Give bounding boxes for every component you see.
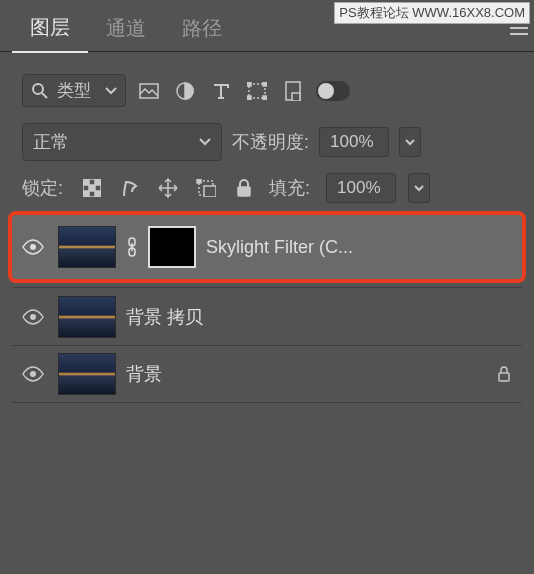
svg-rect-21 [197, 179, 201, 183]
svg-line-4 [42, 93, 47, 98]
eye-icon [22, 239, 44, 255]
svg-rect-16 [95, 179, 101, 185]
filter-shape-icon[interactable] [244, 78, 270, 104]
filter-type-combo[interactable]: 类型 [22, 74, 126, 107]
chevron-down-icon [405, 139, 415, 146]
tab-layers[interactable]: 图层 [12, 2, 88, 53]
visibility-toggle[interactable] [18, 239, 48, 255]
chevron-down-icon [105, 87, 117, 95]
lock-position-icon[interactable] [155, 175, 181, 201]
layer-thumbnail[interactable] [58, 226, 116, 268]
layers-list: Skylight Filter (C... 背景 拷贝 背景 [0, 211, 534, 403]
layer-row[interactable]: 背景 拷贝 [12, 287, 522, 345]
filter-type-label: 类型 [57, 79, 91, 102]
watermark: PS教程论坛 WWW.16XX8.COM [334, 2, 530, 24]
filter-pixel-icon[interactable] [136, 78, 162, 104]
lock-label: 锁定: [22, 176, 63, 200]
filter-adjustment-icon[interactable] [172, 78, 198, 104]
svg-rect-15 [83, 179, 89, 185]
filter-smartobject-icon[interactable] [280, 78, 306, 104]
svg-rect-30 [499, 373, 509, 381]
svg-point-28 [30, 314, 36, 320]
svg-rect-1 [510, 27, 528, 29]
svg-rect-19 [95, 191, 101, 197]
opacity-label: 不透明度: [232, 130, 309, 154]
fill-label: 填充: [269, 176, 310, 200]
tab-paths[interactable]: 路径 [164, 3, 240, 52]
layer-thumbnail[interactable] [58, 296, 116, 338]
blend-mode-combo[interactable]: 正常 [22, 123, 222, 161]
layer-thumbnail[interactable] [58, 353, 116, 395]
visibility-toggle[interactable] [18, 366, 48, 382]
lock-image-icon[interactable] [117, 175, 143, 201]
tab-channels[interactable]: 通道 [88, 3, 164, 52]
fill-chevron[interactable] [408, 173, 430, 203]
fill-value[interactable]: 100% [326, 173, 396, 203]
svg-rect-13 [292, 93, 300, 101]
lock-transparency-icon[interactable] [79, 175, 105, 201]
blend-mode-value: 正常 [33, 130, 69, 154]
layer-name[interactable]: 背景 拷贝 [126, 305, 516, 329]
layer-row[interactable]: 背景 [12, 345, 522, 403]
svg-rect-8 [247, 82, 251, 86]
layer-row[interactable]: Skylight Filter (C... [8, 211, 526, 283]
layers-panel: 图层 通道 路径 类型 正常 [0, 0, 534, 403]
search-icon [31, 82, 49, 100]
opacity-value[interactable]: 100% [319, 127, 389, 157]
svg-rect-2 [510, 33, 528, 35]
svg-rect-10 [247, 96, 251, 100]
layer-mask-thumbnail[interactable] [148, 226, 196, 268]
layer-name[interactable]: Skylight Filter (C... [206, 237, 516, 258]
chevron-down-icon [199, 138, 211, 146]
svg-point-3 [33, 84, 43, 94]
eye-icon [22, 309, 44, 325]
lock-row: 锁定: 填充: 100% [0, 169, 534, 207]
chevron-down-icon [414, 185, 424, 192]
svg-point-29 [30, 371, 36, 377]
svg-rect-17 [89, 185, 95, 191]
svg-rect-18 [83, 191, 89, 197]
layer-lock-icon[interactable] [492, 366, 516, 382]
filter-toggle[interactable] [316, 81, 350, 101]
svg-point-24 [30, 244, 36, 250]
opacity-chevron[interactable] [399, 127, 421, 157]
layer-name[interactable]: 背景 [126, 362, 482, 386]
svg-rect-9 [263, 82, 267, 86]
lock-artboard-icon[interactable] [193, 175, 219, 201]
svg-rect-22 [204, 186, 216, 197]
lock-all-icon[interactable] [231, 175, 257, 201]
filter-type-icon[interactable] [208, 78, 234, 104]
visibility-toggle[interactable] [18, 309, 48, 325]
svg-rect-23 [238, 187, 250, 196]
link-icon[interactable] [126, 237, 138, 257]
filter-row: 类型 [0, 52, 534, 115]
eye-icon [22, 366, 44, 382]
blend-row: 正常 不透明度: 100% [0, 115, 534, 169]
svg-rect-11 [263, 96, 267, 100]
